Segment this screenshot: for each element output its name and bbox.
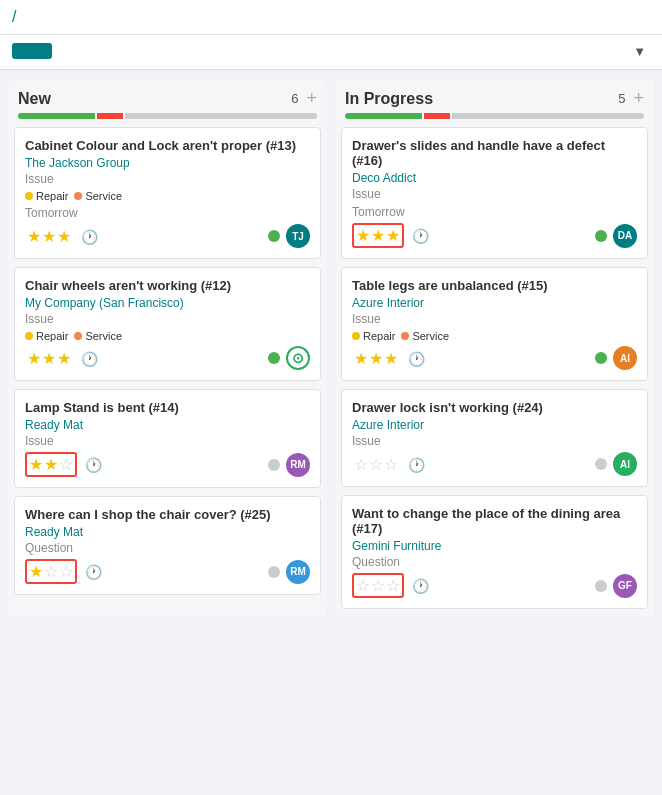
tag[interactable]: Repair (25, 330, 68, 342)
avatar: DA (613, 224, 637, 248)
star-empty[interactable]: ☆ (371, 576, 385, 595)
clock-icon: 🕐 (412, 228, 429, 244)
star-rating-boxed[interactable]: ★★★ (352, 223, 404, 248)
tag[interactable]: Service (74, 190, 122, 202)
star-filled[interactable]: ★ (42, 349, 56, 368)
kanban-card[interactable]: Drawer's slides and handle have a defect… (341, 127, 648, 259)
card-status-area: GF (595, 574, 637, 598)
clock-icon: 🕐 (412, 578, 429, 594)
tag-label: Repair (36, 190, 68, 202)
status-dot (595, 352, 607, 364)
tag-dot (74, 332, 82, 340)
column-add-button[interactable]: + (633, 88, 644, 109)
card-rating-area: ★☆☆ 🕐 (25, 559, 102, 584)
card-company[interactable]: Azure Interior (352, 418, 637, 432)
star-filled[interactable]: ★ (384, 349, 398, 368)
card-type: Issue (25, 312, 310, 326)
kanban-card[interactable]: Drawer lock isn't working (#24) Azure In… (341, 389, 648, 487)
star-filled[interactable]: ★ (57, 227, 71, 246)
tag-label: Repair (363, 330, 395, 342)
card-title: Drawer's slides and handle have a defect… (352, 138, 637, 168)
clock-icon: 🕐 (408, 457, 425, 473)
avatar: ⊙ (286, 346, 310, 370)
column-header: In Progress 5 + (335, 80, 654, 111)
top-bar: / (0, 0, 662, 35)
tag-label: Service (85, 330, 122, 342)
kanban-card[interactable]: Chair wheels aren't working (#12) My Com… (14, 267, 321, 381)
card-type: Issue (352, 434, 637, 448)
star-filled[interactable]: ★ (386, 226, 400, 245)
card-title: Want to change the place of the dining a… (352, 506, 637, 536)
star-rating: ★★★ (25, 348, 73, 369)
star-filled[interactable]: ★ (27, 227, 41, 246)
card-company[interactable]: Deco Addict (352, 171, 637, 185)
column-count: 5 (618, 91, 625, 106)
card-status-area: AI (595, 346, 637, 370)
card-footer: ★★★ 🕐 AI (352, 346, 637, 370)
tag[interactable]: Repair (352, 330, 395, 342)
card-status-area: TJ (268, 224, 310, 248)
create-button[interactable] (12, 43, 52, 59)
star-rating-boxed[interactable]: ☆☆☆ (352, 573, 404, 598)
card-company[interactable]: Ready Mat (25, 525, 310, 539)
tag[interactable]: Service (401, 330, 449, 342)
card-status-area: RM (268, 453, 310, 477)
card-status-area: ⊙ (268, 346, 310, 370)
card-title: Cabinet Colour and Lock aren't proper (#… (25, 138, 310, 153)
avatar: TJ (286, 224, 310, 248)
card-rating-area: ★★★ 🕐 (25, 348, 98, 369)
column-in-progress: In Progress 5 + Drawer's slides and hand… (335, 80, 654, 617)
star-rating-boxed[interactable]: ★☆☆ (25, 559, 77, 584)
star-rating-boxed[interactable]: ★★☆ (25, 452, 77, 477)
star-empty[interactable]: ☆ (44, 562, 58, 581)
star-filled[interactable]: ★ (29, 455, 43, 474)
star-filled[interactable]: ★ (369, 349, 383, 368)
kanban-card[interactable]: Lamp Stand is bent (#14) Ready Mat Issue… (14, 389, 321, 488)
star-rating: ★★★ (25, 226, 73, 247)
star-filled[interactable]: ★ (44, 455, 58, 474)
star-filled[interactable]: ★ (371, 226, 385, 245)
card-company[interactable]: Ready Mat (25, 418, 310, 432)
star-empty[interactable]: ☆ (354, 455, 368, 474)
star-filled[interactable]: ★ (57, 349, 71, 368)
star-rating: ☆☆☆ (352, 454, 400, 475)
progress-red (97, 113, 124, 119)
progress-gray (452, 113, 644, 119)
card-type: Question (352, 555, 637, 569)
card-title: Where can I shop the chair cover? (#25) (25, 507, 310, 522)
card-company[interactable]: The Jackson Group (25, 156, 310, 170)
star-empty[interactable]: ☆ (356, 576, 370, 595)
search-input[interactable] (482, 10, 650, 25)
kanban-card[interactable]: Want to change the place of the dining a… (341, 495, 648, 609)
clock-icon: 🕐 (81, 229, 98, 245)
progress-gray (125, 113, 317, 119)
tag-dot (25, 192, 33, 200)
star-empty[interactable]: ☆ (386, 576, 400, 595)
card-footer: ★★☆ 🕐 RM (25, 452, 310, 477)
star-filled[interactable]: ★ (356, 226, 370, 245)
card-tags: RepairService (352, 330, 637, 342)
kanban-card[interactable]: Table legs are unbalanced (#15) Azure In… (341, 267, 648, 381)
star-empty[interactable]: ☆ (384, 455, 398, 474)
card-company[interactable]: My Company (San Francisco) (25, 296, 310, 310)
star-empty[interactable]: ☆ (369, 455, 383, 474)
star-filled[interactable]: ★ (42, 227, 56, 246)
card-company[interactable]: Gemini Furniture (352, 539, 637, 553)
star-filled[interactable]: ★ (354, 349, 368, 368)
tag[interactable]: Repair (25, 190, 68, 202)
card-company[interactable]: Azure Interior (352, 296, 637, 310)
filter-button[interactable]: ▼ (633, 44, 650, 59)
progress-green (18, 113, 95, 119)
star-empty[interactable]: ☆ (59, 562, 73, 581)
kanban-card[interactable]: Cabinet Colour and Lock aren't proper (#… (14, 127, 321, 259)
status-dot (595, 458, 607, 470)
star-filled[interactable]: ★ (29, 562, 43, 581)
star-filled[interactable]: ★ (27, 349, 41, 368)
column-add-button[interactable]: + (306, 88, 317, 109)
tag[interactable]: Service (74, 330, 122, 342)
status-dot (268, 230, 280, 242)
kanban-card[interactable]: Where can I shop the chair cover? (#25) … (14, 496, 321, 595)
card-type: Issue (25, 434, 310, 448)
star-empty[interactable]: ☆ (59, 455, 73, 474)
card-rating-area: ★★☆ 🕐 (25, 452, 102, 477)
